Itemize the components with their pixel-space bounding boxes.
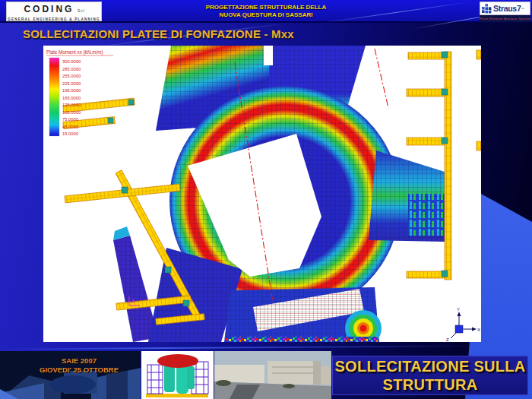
legend-value: 195.0000 (62, 88, 81, 93)
legend-values: 300.0000 285.0000 255.0000 225.0000 195.… (62, 59, 81, 136)
coding-tagline: GENERAL ENGINEERING & PLANNING (7, 15, 101, 24)
straus7-name: Straus7 (493, 4, 521, 13)
fem-contour-plot: A Y X Z Plate Moment xx (kN.m/m) (43, 46, 481, 342)
fem-plot-canvas: A Y X Z Plate Moment xx (kN.m/m) (43, 46, 481, 342)
site-photo-thumbnail (214, 351, 331, 399)
legend-value: 285.0000 (62, 67, 81, 71)
centerline (375, 49, 388, 108)
legend-value: 255.0000 (62, 74, 81, 78)
coding-logo: CODING S.r.l GENERAL ENGINEERING & PLANN… (6, 2, 102, 21)
legend-color-ramp (49, 58, 59, 136)
straus7-mosaic-icon (482, 4, 492, 14)
straus7-trademark: ™ (521, 7, 524, 11)
axis-triad: Y X Z (446, 307, 480, 342)
coding-suffix: S.r.l (78, 8, 84, 13)
axis-y-label: Y (457, 307, 460, 312)
legend-value: 135.0000 (62, 103, 81, 107)
legend-title: Plate Moment xx (kN.m/m) (46, 49, 103, 55)
legend-value: 165.0000 (62, 96, 81, 100)
legend-value: 225.0000 (62, 81, 81, 86)
page-title: SOLLECITAZIONI PLATEE DI FONFAZIONE - Mx… (23, 27, 294, 40)
legend-value: 45.0000 (62, 125, 78, 129)
coding-name: CODING (24, 4, 74, 14)
legend-value: 105.0000 (62, 110, 81, 115)
presentation-slide: CODING S.r.l GENERAL ENGINEERING & PLANN… (0, 0, 532, 399)
project-title-line1: PROGETTAZIONE STRUTTURALE DELLA (167, 4, 365, 11)
legend-value: 75.0000 (62, 117, 78, 122)
caption-line2: STRUTTURA (333, 375, 527, 394)
event-line2: GIOVEDI' 25 OTTOBRE (6, 366, 152, 375)
plan-notch (264, 46, 273, 65)
axis-x-label: X (477, 328, 480, 332)
section-marker-label: A (131, 299, 135, 304)
caption-line1: SOLLECITAZIONE SULLA (333, 357, 527, 375)
straus7-logo-main: Straus7 ™ (480, 2, 530, 15)
bottom-edge-contour-strip (226, 337, 378, 342)
section-caption-panel: SOLLECITAZIONE SULLA STRUTTURA (332, 356, 528, 395)
straus7-logo: Straus7 ™ Finite Element Analysis System (480, 2, 530, 22)
event-caption: SAIE 2007 GIOVEDI' 25 OTTOBRE (6, 356, 152, 375)
structural-model-thumbnail (141, 351, 214, 399)
legend-value: 300.0000 (62, 59, 81, 64)
legend-value: 15.0000 (62, 131, 78, 136)
project-title: PROGETTAZIONE STRUTTURALE DELLA NUOVA QU… (167, 4, 365, 19)
straus7-tagline: Finite Element Analysis System (480, 15, 530, 22)
project-title-line2: NUOVA QUESTURA DI SASSARI (167, 11, 365, 19)
axis-z-label: Z (446, 337, 449, 342)
footer-separator-streak (0, 345, 532, 350)
event-line1: SAIE 2007 (6, 356, 152, 366)
